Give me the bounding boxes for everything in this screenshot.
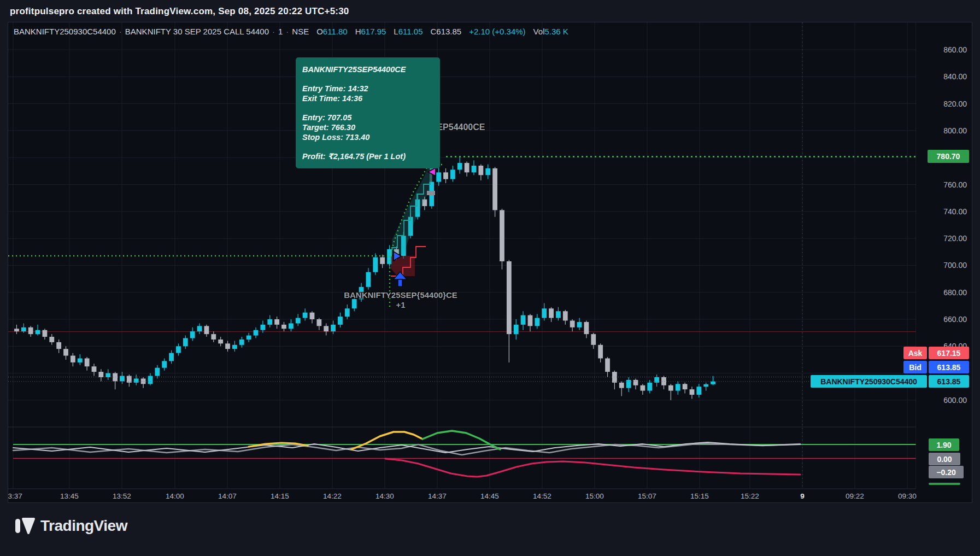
entry-qty-label: +1 <box>330 300 472 309</box>
symbol-legend[interactable]: BANKNIFTY250930C54400·BANKNIFTY 30 SEP 2… <box>14 27 568 36</box>
legend-exchange: NSE <box>292 27 309 36</box>
price-axis-label: 800.00 <box>943 126 967 135</box>
candle-body <box>521 315 526 325</box>
candle-body <box>247 336 251 340</box>
time-axis-label: 13:37 <box>8 492 30 500</box>
candle-body <box>310 313 315 319</box>
tradingview-logo-text: TradingView <box>40 517 127 535</box>
candle-body <box>260 325 265 330</box>
indicator-gray-line <box>13 443 800 455</box>
candle-body <box>14 329 19 331</box>
candle-body <box>155 368 160 376</box>
price-axis-label: 680.00 <box>943 288 967 297</box>
attribution-text: profitpulsepro created with TradingView.… <box>10 6 349 17</box>
time-axis-label: 15:07 <box>631 492 664 500</box>
indicator-partial-badge <box>929 483 960 485</box>
buy-arrow-shaft-icon <box>398 279 402 286</box>
candle-body <box>28 327 33 334</box>
candle-body <box>274 319 279 325</box>
candle-body <box>296 318 301 324</box>
chart-pane[interactable] <box>8 22 916 489</box>
candle-body <box>92 366 97 372</box>
candle-body <box>85 358 90 366</box>
tooltip-entry-time: Entry Time: 14:32 <box>302 84 433 93</box>
candle-body <box>528 315 533 326</box>
candle-body <box>696 387 701 395</box>
time-axis[interactable]: 13:3713:4513:5214:0014:0714:1514:2214:30… <box>8 489 972 503</box>
close-label: C <box>430 27 436 36</box>
candle-body <box>43 330 48 337</box>
candle-body <box>465 163 470 172</box>
candle-body <box>254 330 259 336</box>
candle-body <box>267 319 272 325</box>
candle-body <box>232 345 237 349</box>
change-value: +2.10 (+0.34%) <box>469 27 525 36</box>
candle-body <box>289 323 294 329</box>
time-axis-label: 14:15 <box>263 492 296 500</box>
candle-body <box>345 308 350 317</box>
low-value: 611.05 <box>398 27 423 36</box>
price-axis-label: 820.00 <box>943 100 967 108</box>
candle-body <box>183 338 188 347</box>
candle-body <box>598 345 603 359</box>
candle-body <box>204 326 209 334</box>
close-value: 613.85 <box>436 27 461 36</box>
price-axis-label: 600.00 <box>943 396 967 405</box>
price-axis-label: 700.00 <box>943 261 967 270</box>
candle-body <box>78 358 83 362</box>
candle-body <box>676 384 680 390</box>
tooltip-exit-time: Exit Time: 14:36 <box>302 93 433 103</box>
time-axis-label: 14:30 <box>368 492 401 500</box>
time-axis-label: 15:22 <box>733 492 766 500</box>
price-axis[interactable]: 860.00840.00820.00800.00760.00740.00720.… <box>917 22 972 503</box>
high-value: 617.95 <box>361 27 386 36</box>
candle-body <box>633 380 638 385</box>
price-axis-label: 860.00 <box>943 45 967 54</box>
candle-body <box>169 353 174 361</box>
tooltip-entry: Entry: 707.05 <box>302 113 433 122</box>
candle-body <box>316 319 321 326</box>
candle-body <box>239 340 244 345</box>
candle-body <box>380 257 385 264</box>
candle-body <box>366 272 371 287</box>
candle-body <box>563 311 568 320</box>
candle-body <box>683 384 688 389</box>
candle-body <box>211 334 216 340</box>
candle-body <box>63 349 68 355</box>
candle-body <box>98 372 103 377</box>
volume-label: Vol <box>533 27 545 36</box>
trade-tooltip: BANKNIFTY25SEP54400CE Entry Time: 14:32 … <box>296 57 440 168</box>
candle-body <box>36 330 40 334</box>
candle-body <box>373 257 378 272</box>
price-axis-label: 740.00 <box>943 207 967 216</box>
candle-body <box>436 172 441 182</box>
pullback-marker <box>427 191 435 195</box>
tradingview-logo[interactable]: TradingView <box>14 517 127 535</box>
last-symbol-badge: BANKNIFTY250930C54400 <box>811 375 927 388</box>
candle-body <box>703 384 708 387</box>
time-axis-label: 15:15 <box>683 492 716 500</box>
time-axis-label: 09:22 <box>838 492 871 500</box>
candle-body <box>338 317 343 325</box>
time-axis-label: 13:45 <box>53 492 86 500</box>
candle-body <box>71 356 75 362</box>
candle-body <box>450 169 455 179</box>
candle-body <box>591 334 596 345</box>
candle-body <box>605 358 610 372</box>
time-axis-label: 9 <box>786 492 819 500</box>
entry-symbol-label: BANKNIFTY25SEP{54400}CE <box>330 290 472 300</box>
candle-body <box>190 331 195 338</box>
candle-body <box>225 343 230 349</box>
candle-body <box>570 320 575 327</box>
candle-body <box>654 377 659 383</box>
price-axis-label: 720.00 <box>943 234 967 243</box>
tooltip-target: Target: 766.30 <box>302 122 433 132</box>
candle-body <box>507 261 512 334</box>
open-value: 611.80 <box>323 27 348 36</box>
candle-body <box>711 382 715 384</box>
candle-body <box>120 376 125 382</box>
price-axis-label: 660.00 <box>943 315 967 324</box>
legend-description: BANKNIFTY 30 SEP 2025 CALL 54400 <box>125 27 269 36</box>
candle-body <box>577 322 582 327</box>
candle-body <box>457 163 462 169</box>
